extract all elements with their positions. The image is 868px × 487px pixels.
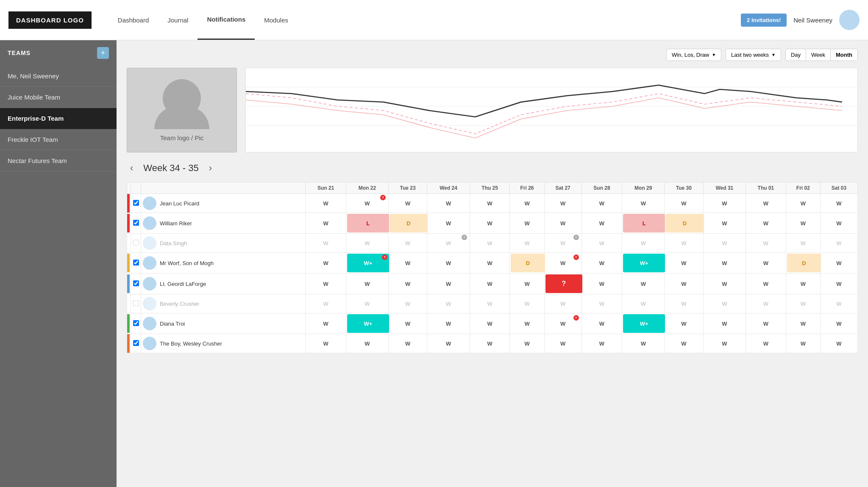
- day-cell[interactable]: W: [388, 234, 427, 253]
- day-cell[interactable]: W?: [346, 194, 389, 213]
- day-cell[interactable]: W: [746, 274, 786, 294]
- member-checkbox[interactable]: [133, 220, 139, 226]
- day-cell[interactable]: W: [622, 334, 665, 353]
- sidebar-add-button[interactable]: +: [97, 47, 109, 59]
- day-cell[interactable]: W: [306, 313, 346, 334]
- day-cell[interactable]: W: [388, 274, 427, 294]
- day-cell[interactable]: D: [388, 213, 427, 234]
- day-cell[interactable]: W: [665, 274, 703, 294]
- day-cell[interactable]: W: [703, 194, 746, 213]
- day-cell[interactable]: W: [786, 334, 820, 353]
- day-cell[interactable]: W: [665, 334, 703, 353]
- day-cell[interactable]: W?: [544, 253, 581, 274]
- day-cell[interactable]: W: [581, 213, 622, 234]
- day-cell[interactable]: W: [746, 234, 786, 253]
- day-cell[interactable]: W: [703, 213, 746, 234]
- day-cell[interactable]: W: [470, 234, 509, 253]
- day-cell[interactable]: W: [427, 313, 470, 334]
- day-cell[interactable]: W: [786, 213, 820, 234]
- day-cell[interactable]: D: [665, 213, 703, 234]
- sidebar-item-nectar[interactable]: Nectar Futures Team: [0, 150, 117, 172]
- day-cell[interactable]: W: [665, 194, 703, 213]
- day-cell[interactable]: W: [581, 194, 622, 213]
- day-cell[interactable]: W: [388, 253, 427, 274]
- view-week-button[interactable]: Week: [806, 49, 831, 61]
- sidebar-item-freckle[interactable]: Freckle IOT Team: [0, 129, 117, 150]
- day-cell[interactable]: W: [388, 313, 427, 334]
- day-cell[interactable]: W: [427, 294, 470, 313]
- day-cell[interactable]: W: [703, 234, 746, 253]
- day-cell[interactable]: W: [622, 194, 665, 213]
- day-cell[interactable]: W: [581, 334, 622, 353]
- day-cell[interactable]: W: [544, 294, 581, 313]
- day-cell[interactable]: W: [306, 253, 346, 274]
- day-cell[interactable]: L: [622, 213, 665, 234]
- member-checkbox[interactable]: [133, 240, 139, 246]
- day-cell[interactable]: W: [746, 213, 786, 234]
- day-cell[interactable]: W: [703, 313, 746, 334]
- day-cell[interactable]: W: [470, 334, 509, 353]
- day-cell[interactable]: W: [510, 334, 544, 353]
- day-cell[interactable]: W+: [346, 313, 389, 334]
- day-cell[interactable]: W: [746, 313, 786, 334]
- day-cell[interactable]: W: [622, 274, 665, 294]
- day-cell[interactable]: W: [510, 213, 544, 234]
- day-cell[interactable]: W: [346, 234, 389, 253]
- day-cell[interactable]: W: [427, 253, 470, 274]
- day-cell[interactable]: W+: [622, 253, 665, 274]
- day-cell[interactable]: W: [346, 334, 389, 353]
- range-dropdown[interactable]: Last two weeks ▼: [726, 49, 781, 61]
- day-cell[interactable]: W: [470, 313, 509, 334]
- day-cell[interactable]: W: [665, 234, 703, 253]
- day-cell[interactable]: W: [786, 313, 820, 334]
- day-cell[interactable]: L: [346, 213, 389, 234]
- day-cell[interactable]: W: [470, 253, 509, 274]
- day-cell[interactable]: W: [510, 313, 544, 334]
- member-checkbox[interactable]: [133, 260, 139, 266]
- day-cell[interactable]: W: [786, 194, 820, 213]
- nav-notifications[interactable]: Notifications: [198, 0, 255, 40]
- day-cell[interactable]: W: [820, 294, 857, 313]
- day-cell[interactable]: W: [427, 213, 470, 234]
- day-cell[interactable]: W: [820, 334, 857, 353]
- day-cell[interactable]: W: [510, 234, 544, 253]
- day-cell[interactable]: W: [427, 334, 470, 353]
- day-cell[interactable]: W: [786, 234, 820, 253]
- day-cell[interactable]: W: [306, 274, 346, 294]
- day-cell[interactable]: W?: [544, 234, 581, 253]
- member-checkbox[interactable]: [133, 340, 139, 346]
- sidebar-item-juice[interactable]: Juice Mobile Team: [0, 87, 117, 108]
- member-checkbox[interactable]: [133, 320, 139, 326]
- member-checkbox[interactable]: [133, 300, 139, 306]
- day-cell[interactable]: W: [388, 334, 427, 353]
- day-cell[interactable]: W: [470, 213, 509, 234]
- day-cell[interactable]: W: [581, 294, 622, 313]
- filter-dropdown[interactable]: Win, Los, Draw ▼: [666, 49, 721, 61]
- day-cell[interactable]: W: [544, 213, 581, 234]
- day-cell[interactable]: W+?: [346, 253, 389, 274]
- day-cell[interactable]: W: [820, 234, 857, 253]
- day-cell[interactable]: W: [820, 253, 857, 274]
- day-cell[interactable]: W: [470, 294, 509, 313]
- day-cell[interactable]: D: [786, 253, 820, 274]
- day-cell[interactable]: W: [306, 294, 346, 313]
- day-cell[interactable]: W: [306, 334, 346, 353]
- day-cell[interactable]: W: [786, 294, 820, 313]
- day-cell[interactable]: W: [581, 234, 622, 253]
- day-cell[interactable]: W: [746, 253, 786, 274]
- day-cell[interactable]: W: [544, 334, 581, 353]
- day-cell[interactable]: W: [388, 194, 427, 213]
- day-cell[interactable]: W: [746, 294, 786, 313]
- view-month-button[interactable]: Month: [831, 49, 857, 61]
- day-cell[interactable]: W: [665, 313, 703, 334]
- day-cell[interactable]: W: [622, 294, 665, 313]
- day-cell[interactable]: W: [703, 294, 746, 313]
- day-cell[interactable]: W: [581, 253, 622, 274]
- day-cell[interactable]: D: [510, 253, 544, 274]
- day-cell[interactable]: W: [786, 274, 820, 294]
- day-cell[interactable]: W: [510, 194, 544, 213]
- day-cell[interactable]: W: [820, 274, 857, 294]
- day-cell[interactable]: W: [746, 334, 786, 353]
- day-cell[interactable]: W: [820, 313, 857, 334]
- nav-dashboard[interactable]: Dashboard: [108, 0, 158, 40]
